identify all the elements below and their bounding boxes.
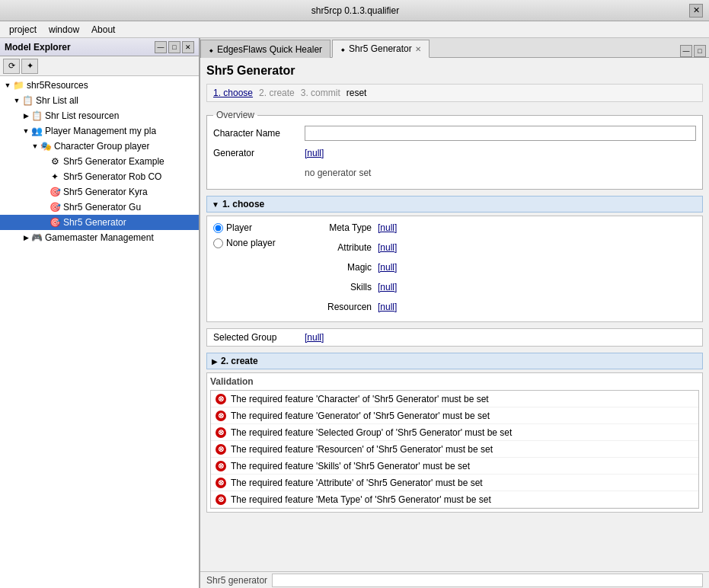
validation-item-3: ⊗ The required feature 'Resourcen' of 'S… (211, 441, 698, 458)
tree-item-shr-list-all[interactable]: ▼ 📋 Shr List all (0, 93, 199, 108)
radio-player-label: Player (226, 222, 252, 233)
character-name-input[interactable] (305, 126, 696, 141)
selected-group-section: Selected Group [null] (206, 328, 703, 347)
tree-item-player-management[interactable]: ▼ 👥 Player Management my pla (0, 123, 199, 139)
validation-text-5: The required feature 'Attribute' of 'Shr… (231, 478, 483, 488)
tree-label: Character Group player (54, 141, 149, 152)
tree-label: Shr5 Generator Example (63, 156, 164, 167)
tree-item-shr-list-resourcen[interactable]: ▶ 📋 Shr List resourcen (0, 108, 199, 123)
generator-icon: ⚙ (49, 155, 61, 168)
tab-gen-icon: ⬥ (340, 44, 346, 53)
resourcen-value[interactable]: [null] (378, 302, 397, 312)
status-bar: Shr5 generator (200, 571, 709, 588)
validation-item-0: ⊗ The required feature 'Character' of 'S… (211, 391, 698, 407)
close-panel-button[interactable]: ✕ (182, 41, 194, 53)
right-minimize-button[interactable]: — (680, 45, 692, 57)
radio-column: Player None player (213, 219, 297, 318)
step3-text: 3. commit (301, 88, 340, 98)
new-button[interactable]: ✦ (21, 59, 38, 74)
skills-value[interactable]: [null] (378, 282, 397, 292)
step1-link[interactable]: 1. choose (213, 88, 253, 98)
toggle-icon[interactable]: ▼ (30, 142, 40, 151)
generator-row: Generator [null] (213, 145, 696, 161)
skills-row: Skills [null] (309, 279, 696, 296)
tab-edges-icon: ⬥ (209, 45, 214, 54)
reset-button[interactable]: reset (347, 88, 367, 98)
generator-null-link[interactable]: [null] (305, 148, 324, 158)
toggle-icon[interactable]: ▶ (21, 111, 30, 120)
meta-type-row: Meta Type [null] (309, 219, 696, 236)
generator-gu-icon: 🎯 (49, 201, 61, 213)
toggle-icon[interactable]: ▶ (21, 233, 30, 242)
tab-edges-flaws[interactable]: ⬥ EdgesFlaws Quick Healer (200, 40, 331, 58)
resourcen-row: Resourcen [null] (309, 299, 696, 315)
no-generator-text: no generator set (305, 166, 371, 180)
tab-shr5-generator[interactable]: ⬥ Shr5 Generator ✕ (332, 40, 430, 58)
error-icon-0: ⊗ (216, 394, 226, 404)
magic-value[interactable]: [null] (378, 262, 397, 273)
panel-header-icons: — □ ✕ (155, 41, 194, 53)
selected-group-value[interactable]: [null] (305, 332, 324, 343)
character-name-value (305, 126, 696, 141)
validation-text-0: The required feature 'Character' of 'Shr… (231, 394, 489, 404)
tree-item-generator-kyra[interactable]: 🎯 Shr5 Generator Kyra (0, 184, 199, 200)
tree-item-generator-example[interactable]: ⚙ Shr5 Generator Example (0, 154, 199, 169)
resourcen-label: Resourcen (309, 302, 378, 312)
toggle-icon[interactable]: ▼ (3, 81, 12, 90)
menu-window[interactable]: window (43, 23, 85, 37)
choose-content: Player None player Meta Type [null] (206, 216, 703, 322)
toggle-icon[interactable]: ▼ (12, 96, 21, 105)
tree-item-shr5resources[interactable]: ▼ 📁 shr5Resources (0, 78, 199, 93)
gamemaster-icon: 🎮 (30, 232, 43, 244)
radio-player-row: Player (213, 222, 297, 233)
step2-text: 2. create (259, 88, 295, 98)
character-group-icon: 🎭 (40, 140, 52, 152)
overview-legend: Overview (213, 110, 257, 120)
tree-item-character-group[interactable]: ▼ 🎭 Character Group player (0, 139, 199, 154)
no-generator-row: no generator set (213, 165, 696, 181)
choose-layout: Player None player Meta Type [null] (213, 219, 696, 318)
tree-label: Player Management my pla (45, 126, 156, 136)
maximize-panel-button[interactable]: □ (168, 41, 180, 53)
tree-label: Gamemaster Management (45, 232, 154, 243)
attribute-value[interactable]: [null] (378, 242, 397, 253)
create-header[interactable]: ▶ 2. create (206, 353, 703, 369)
meta-type-value[interactable]: [null] (378, 222, 397, 233)
create-title: 2. create (221, 356, 258, 366)
error-icon-2: ⊗ (216, 427, 226, 438)
validation-item-1: ⊗ The required feature 'Generator' of 'S… (211, 407, 698, 424)
error-icon-6: ⊗ (216, 494, 226, 505)
toggle-icon[interactable]: ▼ (21, 126, 30, 136)
validation-item-4: ⊗ The required feature 'Skills' of 'Shr5… (211, 458, 698, 475)
tree-item-generator-gu[interactable]: 🎯 Shr5 Generator Gu (0, 200, 199, 215)
validation-text-1: The required feature 'Generator' of 'Shr… (231, 411, 490, 421)
validation-item-2: ⊗ The required feature 'Selected Group' … (211, 424, 698, 441)
close-button[interactable]: ✕ (689, 4, 703, 18)
list-icon: 📋 (30, 110, 43, 122)
character-name-label: Character Name (213, 128, 305, 139)
tree-item-gamemaster-management[interactable]: ▶ 🎮 Gamemaster Management (0, 230, 199, 245)
tree-item-shr5-generator[interactable]: 🎯 Shr5 Generator (0, 215, 199, 230)
radio-none-player[interactable] (213, 238, 223, 248)
menu-project[interactable]: project (3, 23, 43, 37)
choose-header[interactable]: ▼ 1. choose (206, 196, 703, 213)
tree-item-generator-rob[interactable]: ✦ Shr5 Generator Rob CO (0, 169, 199, 184)
tree-view: ▼ 📁 shr5Resources ▼ 📋 Shr List all ▶ 📋 S… (0, 76, 199, 588)
sync-button[interactable]: ⟳ (3, 59, 20, 74)
status-label: Shr5 generator (206, 575, 267, 586)
error-icon-1: ⊗ (216, 411, 226, 421)
status-input[interactable] (272, 574, 703, 587)
tab-close-button[interactable]: ✕ (415, 45, 421, 53)
tree-label: Shr5 Generator (63, 217, 126, 228)
error-icon-4: ⊗ (216, 461, 226, 471)
menu-about[interactable]: About (85, 23, 121, 37)
right-maximize-button[interactable]: □ (694, 45, 706, 57)
tab-bar: ⬥ EdgesFlaws Quick Healer ⬥ Shr5 Generat… (200, 38, 709, 58)
validation-list: ⊗ The required feature 'Character' of 'S… (210, 390, 699, 509)
tree-label: shr5Resources (27, 80, 88, 91)
magic-label: Magic (309, 262, 378, 273)
minimize-panel-button[interactable]: — (155, 41, 167, 53)
left-panel: Model Explorer — □ ✕ ⟳ ✦ ▼ 📁 shr5Resourc… (0, 38, 200, 588)
folder-icon: 📁 (12, 79, 24, 91)
radio-player[interactable] (213, 223, 223, 233)
